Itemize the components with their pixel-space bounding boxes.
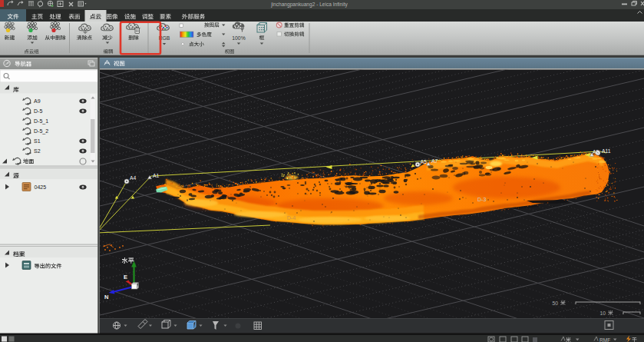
svg-text:N: N <box>104 294 108 300</box>
svg-text:A7: A7 <box>431 158 438 164</box>
svg-text:jinchangpankuang2 - Leica Infi: jinchangpankuang2 - Leica Infinity <box>270 2 348 8</box>
svg-text:D-4: D-4 <box>287 215 296 221</box>
svg-text:A11: A11 <box>602 148 611 154</box>
svg-text:10: 10 <box>599 310 606 316</box>
svg-text:A9: A9 <box>593 149 599 154</box>
svg-text:D-3: D-3 <box>477 197 486 202</box>
svg-text:S1: S1 <box>34 138 41 144</box>
svg-text:RMF: RMF <box>599 337 610 342</box>
svg-text:E: E <box>124 274 127 281</box>
svg-text:0425: 0425 <box>35 184 47 190</box>
svg-text:D-5_1: D-5_1 <box>34 118 48 125</box>
svg-text:100%: 100% <box>232 35 245 41</box>
svg-text:A5: A5 <box>421 159 428 164</box>
svg-text:A9: A9 <box>34 98 41 104</box>
svg-text:D-5: D-5 <box>34 108 42 114</box>
svg-text:D-5_2: D-5_2 <box>34 128 48 134</box>
svg-text:A4: A4 <box>130 175 137 181</box>
svg-text:S2: S2 <box>34 148 41 154</box>
svg-text:A1: A1 <box>153 173 160 178</box>
svg-text:50: 50 <box>552 300 558 306</box>
